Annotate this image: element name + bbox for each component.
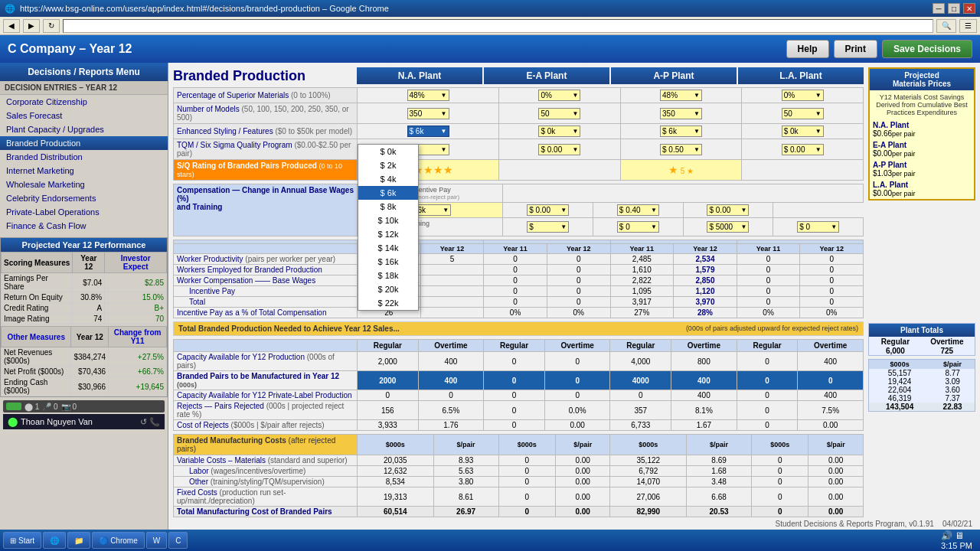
dropdown-item-12k[interactable]: $ 12k (358, 227, 418, 241)
styling-la-input[interactable]: $ 0k ▼ (782, 126, 824, 137)
models-la-input[interactable]: 50 ▼ (782, 108, 824, 119)
styling-ap-input[interactable]: $ 6k ▼ (660, 126, 702, 137)
branded-ap-reg-input[interactable] (626, 377, 656, 385)
chrome-icon: 🔵 (99, 536, 108, 545)
dropdown-item-14k[interactable]: $ 14k (358, 241, 418, 255)
bp-ap-input[interactable]: $ 5000 ▼ (707, 221, 749, 233)
sidebar-item-sales[interactable]: Sales Forecast (0, 109, 168, 122)
chat-controls[interactable]: ↺ 📞 (140, 417, 160, 427)
productivity-year-header: Year 11 Year 12 Year 11 Year 12 Year 11 … (174, 244, 864, 254)
bp-la-input[interactable]: $ 0 ▼ (797, 221, 839, 233)
models-ea-input[interactable]: 50 ▼ (538, 108, 580, 119)
progress-area: ⬤ 1 🎤 0 📷 0 ⬤ Thoan Nguyen Van ↺ 📞 (3, 400, 165, 429)
branded-na-reg-input[interactable] (372, 377, 403, 385)
footer-info: Student Decisions & Reports Program, v0.… (776, 520, 972, 528)
rejects-row: Rejects — Pairs Rejected (000s | project… (174, 401, 864, 420)
styling-ea-input[interactable]: $ 0k ▼ (538, 126, 580, 137)
taskbar-bsg[interactable]: C (168, 532, 188, 549)
sidebar-item-finance[interactable]: Finance & Cash Flow (0, 219, 168, 233)
styling-dropdown: $ 0k $ 2k $ 4k $ 6k $ 8k $ 10k $ 12k $ 1… (358, 144, 419, 311)
online-status-icon: ⬤ (8, 416, 18, 427)
bp-ea-input[interactable]: $ 0 ▼ (617, 221, 659, 233)
branded-la-ot-input[interactable] (815, 377, 846, 385)
taskbar: ⊞ Start 🌐 📁 🔵 Chrome W C 🔊 🖥 3:15 PM (0, 530, 980, 551)
taskbar-chrome[interactable]: 🔵 Chrome (92, 532, 145, 549)
footer-date: 04/02/21 (942, 520, 972, 528)
incentive-ap-input[interactable]: $ 0.40 ▼ (617, 204, 659, 216)
dropdown-item-0k[interactable]: $ 0k (358, 145, 418, 158)
taskbar-system-icons: 🔊 🖥 (941, 530, 972, 541)
forward-btn[interactable]: ▶ (23, 19, 40, 33)
sidebar-item-plant[interactable]: Plant Capacity / Upgrades (0, 122, 168, 136)
sidebar-item-branded-prod[interactable]: Branded Production (0, 136, 168, 150)
table-row: Net Profit ($000s) $70,436 +66.7% (2, 367, 167, 377)
table-row: Image Rating 74 70 (2, 314, 167, 324)
ie-icon: 🌐 (50, 536, 59, 545)
superior-materials-la-input[interactable]: 0% ▼ (782, 90, 824, 101)
taskbar-ie[interactable]: 🌐 (43, 532, 66, 549)
dropdown-item-8k[interactable]: $ 8k (358, 200, 418, 214)
incentive-la-input[interactable]: $ 0.00 ▼ (707, 204, 749, 216)
models-ap-input[interactable]: 350 ▼ (660, 108, 702, 119)
start-button[interactable]: ⊞ Start (3, 532, 41, 549)
dropdown-item-6k-selected[interactable]: $ 6k (358, 186, 418, 200)
sidebar-item-internet[interactable]: Internet Marketing (0, 164, 168, 178)
branded-ea-ot-input[interactable] (562, 377, 593, 385)
dropdown-item-2k[interactable]: $ 2k (358, 158, 418, 172)
compensation-label: Compensation — Change in Annual Base Wag… (177, 186, 354, 203)
bp-na-input[interactable]: $ ▼ (527, 221, 569, 233)
browser-icon: 🌐 (5, 4, 15, 14)
tqm-ap-input[interactable]: $ 0.50 ▼ (660, 144, 702, 155)
page-title: Branded Production (173, 68, 357, 84)
branded-la-reg-input[interactable] (752, 377, 782, 385)
tqm-ea-input[interactable]: $ 0.00 ▼ (538, 144, 580, 155)
table-row: 19,4243.09 (869, 377, 975, 386)
materials-ap: A-P Plant $1.03per pair (870, 159, 974, 179)
branded-ea-reg-input[interactable] (499, 377, 530, 385)
table-row: $000s $/pair (869, 360, 975, 369)
performance-table: Scoring Measures Year 12 Investor Expect… (1, 252, 167, 324)
dropdown-item-18k[interactable]: $ 18k (358, 269, 418, 282)
dropdown-item-4k[interactable]: $ 4k (358, 172, 418, 186)
table-row: Earnings Per Share $7.04 $2.85 (2, 273, 167, 292)
maximize-btn[interactable]: □ (948, 3, 960, 14)
private-label-capacity-row: Capacity Available for Y12 Private-Label… (174, 390, 864, 401)
worker-productivity-row: Worker Productivity (pairs per worker pe… (174, 254, 864, 265)
sidebar-item-branded-dist[interactable]: Branded Distribution (0, 150, 168, 164)
branded-ap-ot-input[interactable] (688, 377, 719, 385)
print-btn[interactable]: Print (834, 40, 877, 58)
main-content: Branded Production N.A. Plant E-A Plant … (168, 63, 980, 551)
sidebar-item-corporate[interactable]: Corporate Citizenship (0, 95, 168, 109)
settings-btn[interactable]: ☰ (959, 19, 977, 33)
search-btn[interactable]: 🔍 (936, 19, 956, 33)
sidebar-item-celebrity[interactable]: Celebrity Endorsements (0, 191, 168, 205)
superior-materials-na-input[interactable]: 48% ▼ (407, 90, 449, 101)
title-bar: 🌐 https://www.bsg-online.com/users/app/i… (0, 0, 980, 17)
materials-cost-row: Variable Costs – Materials (standard and… (174, 455, 864, 466)
tqm-la-input[interactable]: $ 0.00 ▼ (782, 144, 824, 155)
incentive-ea-input[interactable]: $ 0.00 ▼ (527, 204, 569, 216)
url-bar[interactable]: https://www.bsg-online.com/users/app/ind… (63, 19, 933, 33)
dropdown-item-16k[interactable]: $ 16k (358, 255, 418, 269)
taskbar-files[interactable]: 📁 (67, 532, 90, 549)
sidebar-item-private-label[interactable]: Private-Label Operations (0, 205, 168, 219)
models-na-input[interactable]: 350 ▼ (407, 108, 449, 119)
refresh-btn[interactable]: ↻ (43, 19, 60, 33)
taskbar-word[interactable]: W (146, 532, 167, 549)
folder-icon: 📁 (74, 536, 83, 545)
save-decisions-btn[interactable]: Save Decisions (882, 40, 972, 58)
branded-na-ot-input[interactable] (436, 377, 466, 385)
back-btn[interactable]: ◀ (3, 19, 20, 33)
dropdown-item-22k[interactable]: $ 22k (358, 296, 418, 310)
help-btn[interactable]: Help (786, 40, 829, 58)
sidebar-item-wholesale[interactable]: Wholesale Marketing (0, 178, 168, 191)
dropdown-item-20k[interactable]: $ 20k (358, 282, 418, 296)
plant-totals-title: Plant Totals (869, 324, 975, 337)
styling-na-input[interactable]: $ 6k ▼ (407, 126, 449, 137)
superior-materials-ap-input[interactable]: 48% ▼ (660, 90, 702, 101)
minimize-btn[interactable]: ─ (933, 3, 945, 14)
close-btn[interactable]: ✕ (963, 3, 975, 14)
table-row: 22,6043.60 (869, 386, 975, 394)
superior-materials-ea-input[interactable]: 0% ▼ (538, 90, 580, 101)
dropdown-item-10k[interactable]: $ 10k (358, 214, 418, 227)
